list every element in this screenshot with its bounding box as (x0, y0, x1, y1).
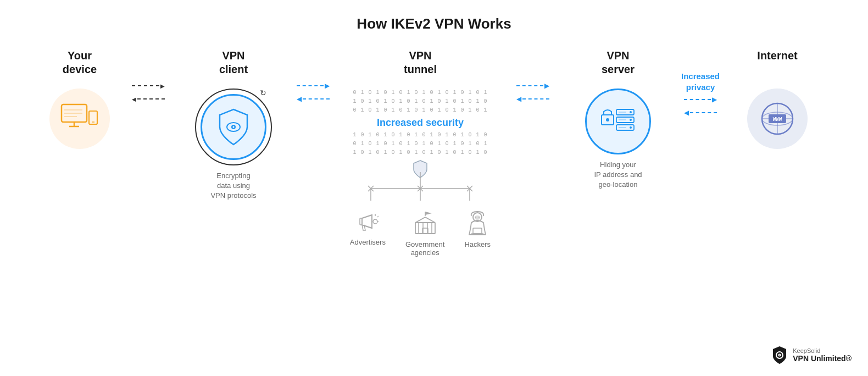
svg-point-37 (475, 215, 480, 220)
keepsolid-text: KeepSolid VPN Unlimited® (793, 347, 852, 363)
megaphone-icon (357, 211, 379, 235)
col-client: VPNclient ↻ Encryptingdata usingVPN prot… (173, 49, 294, 201)
svg-point-61 (779, 355, 780, 356)
arrows-server-internet: Increasedprivacy (678, 49, 722, 117)
svg-point-43 (606, 118, 609, 121)
client-label: VPNclient (219, 49, 248, 79)
government-label: Governmentagencies (405, 240, 445, 257)
keepsolid-logo-icon (771, 345, 788, 365)
server-lock-icon (599, 104, 637, 140)
svg-point-23 (373, 219, 377, 224)
government-icon (413, 211, 437, 237)
internet-icon-circle: WWW (747, 89, 808, 149)
svg-point-39 (478, 217, 480, 218)
main-title: How IKEv2 VPN Works (357, 15, 511, 32)
col-server: VPNserver (558, 49, 678, 190)
advertisers-label: Advertisers (350, 238, 386, 246)
arrow-left-blue-1 (297, 95, 330, 103)
svg-line-30 (425, 217, 435, 223)
server-desc: Hiding yourIP address andgeo-location (594, 160, 642, 190)
privacy-label: Increasedprivacy (681, 71, 720, 92)
shield-eye-icon (216, 107, 251, 147)
threat-advertisers: Advertisers (350, 211, 386, 246)
threat-hackers: Hackers (464, 211, 491, 248)
device-icon-circle (49, 89, 110, 149)
client-desc: Encryptingdata usingVPN protocols (210, 171, 256, 201)
arrow-right-blue-1 (297, 82, 330, 90)
threat-connector-lines (349, 172, 492, 205)
server-circle (585, 89, 651, 154)
keepsolid-brand: KeepSolid (793, 347, 852, 354)
svg-rect-22 (360, 218, 362, 225)
tunnel-label: VPNtunnel (404, 49, 437, 79)
svg-rect-40 (473, 228, 482, 234)
tunnel-threats-section: Advertisers (350, 183, 491, 257)
binary-bottom: 1 0 1 0 1 0 1 0 1 0 1 0 1 0 1 0 1 0 0 1 … (353, 131, 487, 157)
device-label: Yourdevice (63, 49, 97, 79)
arrow-right-privacy (684, 96, 717, 103)
svg-text:WWW: WWW (773, 117, 782, 122)
columns-row: Yourdevice (0, 49, 868, 257)
arrows-tunnel-server (508, 49, 558, 103)
col-internet: Internet WWW (722, 49, 832, 149)
col-device: Yourdevice (36, 49, 124, 149)
svg-line-25 (377, 216, 379, 217)
svg-line-29 (415, 217, 425, 223)
col-tunnel: VPNtunnel 0 1 0 1 0 1 0 1 0 1 0 1 0 1 0 … (332, 49, 508, 257)
binary-top: 0 1 0 1 0 1 0 1 0 1 0 1 0 1 0 1 0 1 1 0 … (353, 89, 487, 115)
arrows-client-tunnel (294, 49, 332, 103)
arrow-right-1 (132, 82, 165, 90)
keepsolid-product: VPN Unlimited® (793, 354, 852, 363)
svg-point-47 (630, 119, 632, 121)
hacker-icon (467, 211, 488, 237)
server-label: VPNserver (602, 49, 635, 79)
svg-point-10 (233, 126, 235, 128)
internet-label: Internet (757, 49, 797, 79)
diagram-container: How IKEv2 VPN Works Yourdevice (0, 0, 868, 376)
threats-row: Advertisers (350, 211, 491, 257)
internet-globe-icon: WWW (758, 99, 797, 139)
tunnel-security-label: Increased security (377, 117, 464, 129)
device-icon (60, 103, 99, 134)
arrow-right-blue-2 (516, 82, 549, 90)
svg-point-45 (630, 111, 632, 113)
threat-government: Governmentagencies (405, 211, 445, 257)
arrow-left-privacy (684, 109, 717, 117)
client-circle (201, 94, 266, 160)
svg-point-49 (630, 126, 632, 129)
arrows-device-client (124, 49, 173, 103)
hackers-label: Hackers (464, 240, 491, 248)
arrow-left-blue-2 (516, 95, 549, 103)
client-outer-ring: ↻ (195, 89, 272, 165)
keepsolid-badge: KeepSolid VPN Unlimited® (771, 345, 852, 365)
arrow-left-1 (132, 95, 165, 103)
svg-point-38 (475, 217, 476, 218)
ring-arrow: ↻ (260, 89, 266, 97)
